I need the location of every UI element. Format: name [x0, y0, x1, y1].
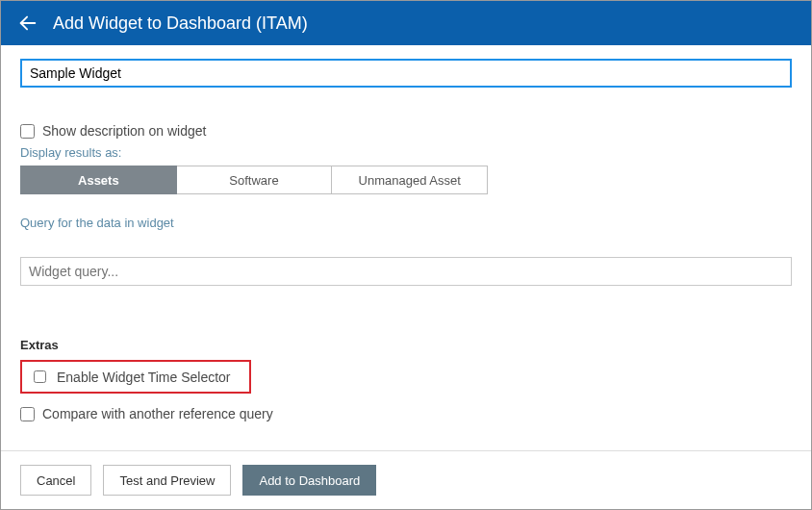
segment-software[interactable]: Software: [177, 166, 333, 194]
show-description-label: Show description on widget: [42, 123, 206, 139]
display-results-label: Display results as:: [20, 145, 792, 160]
compare-query-label: Compare with another reference query: [42, 406, 273, 421]
dialog-title: Add Widget to Dashboard (ITAM): [53, 13, 308, 34]
dialog-content: Show description on widget Display resul…: [1, 45, 811, 450]
enable-time-selector-row[interactable]: Enable Widget Time Selector: [20, 360, 251, 394]
dialog-window: Add Widget to Dashboard (ITAM) Show desc…: [0, 0, 812, 510]
cancel-button[interactable]: Cancel: [20, 465, 91, 496]
query-section-label: Query for the data in widget: [20, 216, 792, 230]
test-preview-button[interactable]: Test and Preview: [103, 465, 231, 496]
show-description-row[interactable]: Show description on widget: [20, 120, 792, 141]
segment-unmanaged[interactable]: Unmanaged Asset: [332, 166, 488, 194]
display-results-segmented: Assets Software Unmanaged Asset: [20, 166, 488, 194]
title-bar: Add Widget to Dashboard (ITAM): [1, 1, 811, 45]
add-to-dashboard-button[interactable]: Add to Dashboard: [242, 465, 376, 496]
segment-assets[interactable]: Assets: [20, 166, 177, 194]
enable-time-selector-checkbox[interactable]: [34, 370, 46, 383]
arrow-left-icon: [17, 13, 38, 34]
widget-query-input[interactable]: [20, 257, 792, 286]
show-description-checkbox[interactable]: [20, 124, 35, 139]
dialog-footer: Cancel Test and Preview Add to Dashboard: [1, 450, 811, 509]
widget-name-input[interactable]: [20, 59, 792, 88]
enable-time-selector-label: Enable Widget Time Selector: [57, 370, 231, 385]
extras-heading: Extras: [20, 338, 792, 352]
compare-query-checkbox[interactable]: [20, 407, 35, 421]
back-button[interactable]: [14, 10, 41, 37]
compare-query-row[interactable]: Compare with another reference query: [20, 403, 792, 424]
